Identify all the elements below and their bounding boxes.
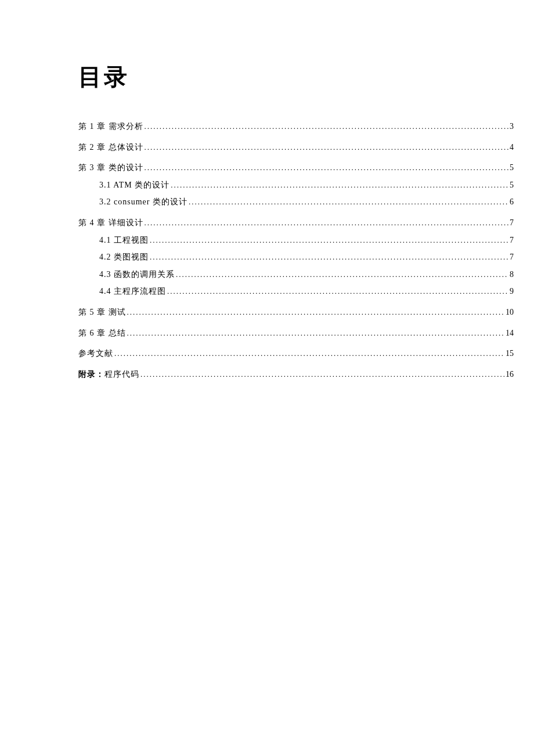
toc-label: 第 4 章 详细设计 xyxy=(78,217,143,229)
toc-page-number: 9 xyxy=(510,286,514,297)
toc-leader-dots xyxy=(150,235,508,246)
toc-label-rest: 程序代码 xyxy=(104,370,139,379)
toc-title: 目录 xyxy=(78,61,511,93)
toc-entry-section-3-2: 3.2 consumer 类的设计 6 xyxy=(78,196,514,208)
toc-label: 参考文献 xyxy=(78,348,113,359)
toc-page-number: 14 xyxy=(506,327,514,339)
toc-label: 3.1 ATM 类的设计 xyxy=(99,179,169,191)
document-page: 目录 第 1 章 需求分析 3 第 2 章 总体设计 4 第 3 章 类的设计 … xyxy=(0,0,534,380)
toc-entry-chapter-1: 第 1 章 需求分析 3 xyxy=(78,121,514,132)
toc-leader-dots xyxy=(127,328,505,339)
toc-label: 第 6 章 总结 xyxy=(78,327,126,339)
toc-page-number: 6 xyxy=(510,196,514,208)
toc-label: 第 5 章 测试 xyxy=(78,307,126,318)
toc-page-number: 7 xyxy=(510,235,514,246)
toc-label-bold: 附录： xyxy=(78,370,104,379)
toc-page-number: 7 xyxy=(510,251,514,263)
toc-entry-section-4-1: 4.1 工程视图 7 xyxy=(78,235,514,246)
toc-leader-dots xyxy=(150,252,508,262)
toc-leader-dots xyxy=(145,218,509,228)
toc-entry-section-3-1: 3.1 ATM 类的设计 5 xyxy=(78,179,514,191)
toc-leader-dots xyxy=(145,142,509,153)
toc-leader-dots xyxy=(145,121,509,132)
toc-label: 3.2 consumer 类的设计 xyxy=(99,196,187,208)
toc-page-number: 7 xyxy=(510,217,514,229)
toc-leader-dots xyxy=(140,369,504,380)
toc-page-number: 10 xyxy=(506,307,514,318)
toc-label: 4.3 函数的调用关系 xyxy=(99,269,175,280)
toc-leader-dots xyxy=(176,269,508,280)
toc-entry-section-4-4: 4.4 主程序流程图 9 xyxy=(78,286,514,297)
table-of-contents: 第 1 章 需求分析 3 第 2 章 总体设计 4 第 3 章 类的设计 5 3… xyxy=(78,121,514,380)
toc-leader-dots xyxy=(114,348,504,359)
toc-page-number: 3 xyxy=(510,121,514,132)
toc-entry-chapter-3: 第 3 章 类的设计 5 xyxy=(78,162,514,174)
toc-page-number: 5 xyxy=(510,179,514,191)
toc-label: 4.2 类图视图 xyxy=(99,251,149,263)
toc-label: 4.1 工程视图 xyxy=(99,235,149,246)
toc-leader-dots xyxy=(127,307,505,318)
toc-entry-section-4-2: 4.2 类图视图 7 xyxy=(78,251,514,263)
toc-leader-dots xyxy=(145,163,509,173)
toc-entry-chapter-4: 第 4 章 详细设计 7 xyxy=(78,217,514,229)
toc-page-number: 5 xyxy=(510,162,514,174)
toc-label: 第 1 章 需求分析 xyxy=(78,121,143,132)
toc-page-number: 4 xyxy=(510,142,514,153)
toc-entry-chapter-6: 第 6 章 总结 14 xyxy=(78,327,514,339)
toc-page-number: 16 xyxy=(506,369,514,380)
toc-leader-dots xyxy=(171,180,508,190)
toc-leader-dots xyxy=(167,286,508,297)
toc-label: 4.4 主程序流程图 xyxy=(99,286,166,297)
toc-page-number: 15 xyxy=(506,348,514,359)
toc-entry-section-4-3: 4.3 函数的调用关系 8 xyxy=(78,269,514,280)
toc-entry-references: 参考文献 15 xyxy=(78,348,514,359)
toc-entry-appendix: 附录：程序代码 16 xyxy=(78,369,514,380)
toc-entry-chapter-5: 第 5 章 测试 10 xyxy=(78,307,514,318)
toc-page-number: 8 xyxy=(510,269,514,280)
toc-label: 第 3 章 类的设计 xyxy=(78,162,143,174)
toc-label: 第 2 章 总体设计 xyxy=(78,142,143,153)
toc-leader-dots xyxy=(189,197,508,207)
toc-label: 附录：程序代码 xyxy=(78,369,139,380)
toc-entry-chapter-2: 第 2 章 总体设计 4 xyxy=(78,142,514,153)
